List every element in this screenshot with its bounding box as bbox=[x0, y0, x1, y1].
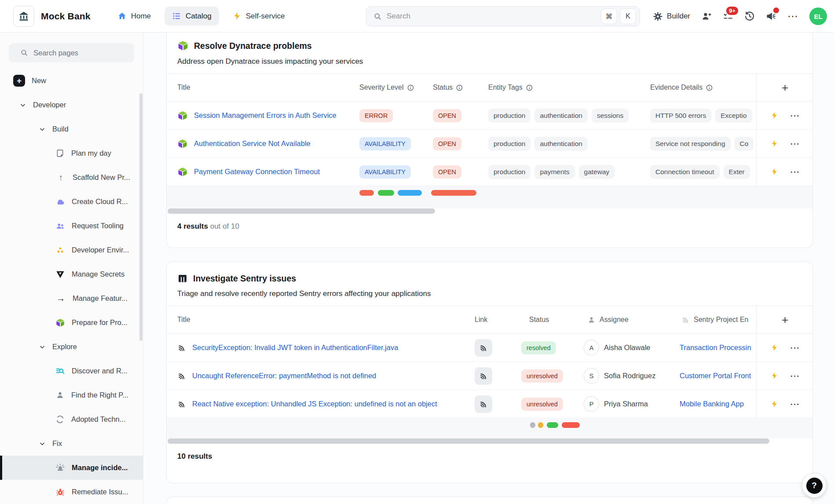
quick-action-bolt[interactable] bbox=[771, 371, 778, 380]
sidebar-section-fix[interactable]: Fix bbox=[0, 431, 143, 456]
more-menu-button[interactable]: ⋯ bbox=[787, 11, 798, 22]
row-menu-button[interactable]: ⋯ bbox=[790, 399, 800, 409]
sidebar-item-scaffold-new[interactable]: ↑ Scaffold New Pr... bbox=[0, 165, 143, 190]
severity-badge: ERROR bbox=[359, 109, 393, 122]
search-placeholder: Search bbox=[387, 12, 598, 21]
entity-tag: sessions bbox=[592, 109, 629, 123]
sidebar-item-discover[interactable]: Discover and R... bbox=[0, 359, 143, 383]
sidebar-item-manage-incidents[interactable]: Manage incide... bbox=[0, 456, 143, 480]
brand-logo[interactable] bbox=[13, 6, 34, 27]
column-title[interactable]: Title bbox=[167, 306, 461, 333]
row-title-link[interactable]: React Native exception: Unhandled JS Exc… bbox=[192, 400, 437, 408]
column-sentry-project[interactable]: Sentry Project En bbox=[675, 306, 756, 333]
column-entity-tags[interactable]: Entity Tags bbox=[481, 74, 645, 101]
invite-user-button[interactable] bbox=[701, 11, 712, 22]
column-status[interactable]: Status bbox=[517, 306, 574, 333]
tasks-badge: 9+ bbox=[725, 6, 739, 16]
row-title-link[interactable]: SecurityException: Invalid JWT token in … bbox=[192, 343, 398, 352]
add-column-button[interactable]: + bbox=[782, 82, 788, 93]
chevron-down-icon bbox=[39, 343, 46, 351]
person-add-icon bbox=[701, 11, 712, 22]
sidebar-item-plan-my-day[interactable]: Plan my day bbox=[0, 141, 143, 165]
clipped-pill bbox=[547, 422, 558, 428]
sidebar-item-adopted-tech[interactable]: Adopted Techn... bbox=[0, 407, 143, 431]
results-count: 10 results bbox=[177, 452, 212, 460]
sidebar-item-request-tooling[interactable]: Request Tooling bbox=[0, 214, 143, 238]
sidebar-item-manage-features[interactable]: → Manage Featur... bbox=[0, 286, 143, 310]
row-title-link[interactable]: Authentication Service Not Available bbox=[194, 139, 311, 148]
quick-action-bolt[interactable] bbox=[771, 111, 778, 120]
sidebar-item-create-cloud[interactable]: Create Cloud R... bbox=[0, 190, 143, 214]
sidebar-item-developer-environments[interactable]: Developer Envir... bbox=[0, 238, 143, 262]
column-severity[interactable]: Severity Level bbox=[358, 74, 428, 101]
nav-catalog[interactable]: Catalog bbox=[165, 7, 219, 26]
column-evidence[interactable]: Evidence Details bbox=[645, 74, 756, 101]
row-menu-button[interactable]: ⋯ bbox=[790, 343, 800, 353]
builder-button[interactable]: Builder bbox=[653, 11, 690, 22]
info-icon bbox=[456, 84, 463, 91]
sentry-icon bbox=[177, 400, 186, 409]
sidebar-section-explore[interactable]: Explore bbox=[0, 335, 143, 359]
row-title-link[interactable]: Payment Gateway Connection Timeout bbox=[194, 168, 320, 176]
sentry-link-button[interactable] bbox=[475, 395, 492, 413]
add-column-button[interactable]: + bbox=[782, 314, 788, 325]
column-link[interactable]: Link bbox=[461, 306, 517, 333]
entity-tag: production bbox=[488, 165, 530, 179]
sidebar-new-button[interactable]: + New bbox=[0, 69, 143, 93]
scrollbar-thumb[interactable] bbox=[168, 438, 769, 444]
row-menu-button[interactable]: ⋯ bbox=[790, 371, 800, 381]
help-button[interactable]: ? bbox=[802, 474, 826, 497]
table-row: Authentication Service Not Available AVA… bbox=[167, 130, 812, 158]
sidebar-scrollbar[interactable] bbox=[139, 93, 143, 341]
assignee-avatar: S bbox=[584, 368, 599, 383]
column-title[interactable]: Title bbox=[167, 74, 358, 101]
row-title-link[interactable]: Session Management Errors in Auth Servic… bbox=[194, 111, 337, 120]
siren-icon bbox=[55, 463, 65, 473]
clipped-pill bbox=[359, 190, 374, 196]
table-columns-icon bbox=[177, 273, 188, 284]
row-menu-button[interactable]: ⋯ bbox=[790, 111, 800, 121]
row-menu-button[interactable]: ⋯ bbox=[790, 167, 800, 177]
status-badge: unresolved bbox=[521, 398, 563, 411]
sidebar-section-build[interactable]: Build bbox=[0, 117, 143, 141]
assignee-name: Sofia Rodriguez bbox=[604, 372, 655, 380]
clipped-pill bbox=[562, 422, 580, 428]
column-assignee[interactable]: Assignee bbox=[574, 306, 675, 333]
scrollbar-thumb[interactable] bbox=[168, 208, 435, 214]
tasks-button[interactable]: 9+ bbox=[723, 11, 733, 22]
history-button[interactable] bbox=[744, 11, 755, 22]
nav-home[interactable]: Home bbox=[110, 7, 158, 26]
dynatrace-card: Resolve Dynatrace problems Address open … bbox=[166, 33, 813, 248]
nav-home-label: Home bbox=[131, 12, 151, 21]
sentry-link-button[interactable] bbox=[475, 367, 492, 385]
announcements-button[interactable] bbox=[766, 11, 776, 22]
row-title-link[interactable]: Uncaught ReferenceError: paymentMethod i… bbox=[192, 372, 376, 380]
project-link[interactable]: Customer Portal Front bbox=[680, 372, 751, 380]
topbar: Mock Bank Home Catalog Self-service bbox=[0, 0, 834, 33]
sidebar-item-find-right[interactable]: Find the Right P... bbox=[0, 383, 143, 407]
brand-name: Mock Bank bbox=[41, 11, 91, 22]
quick-action-bolt[interactable] bbox=[771, 343, 778, 352]
project-link[interactable]: Mobile Banking App bbox=[680, 400, 744, 408]
nav-self-service[interactable]: Self-service bbox=[225, 7, 293, 26]
user-avatar[interactable]: EL bbox=[809, 7, 827, 25]
project-link[interactable]: Transaction Processin bbox=[680, 343, 751, 352]
info-icon bbox=[706, 84, 713, 91]
quick-action-bolt[interactable] bbox=[771, 167, 778, 176]
sidebar-search-input[interactable]: Search pages bbox=[9, 43, 134, 62]
dynatrace-icon bbox=[177, 110, 188, 121]
info-icon bbox=[526, 84, 533, 91]
sidebar-item-prepare-production[interactable]: Prepare for Pro... bbox=[0, 310, 143, 335]
quick-action-bolt[interactable] bbox=[771, 399, 778, 409]
assignee-avatar: P bbox=[584, 396, 599, 412]
column-status[interactable]: Status bbox=[428, 74, 481, 101]
row-menu-button[interactable]: ⋯ bbox=[790, 139, 800, 149]
clipped-pill bbox=[431, 190, 476, 196]
global-search-input[interactable]: Search ⌘ K bbox=[366, 6, 640, 26]
sidebar-section-developer[interactable]: Developer bbox=[0, 93, 143, 117]
table-row: Payment Gateway Connection Timeout AVAIL… bbox=[167, 158, 812, 186]
quick-action-bolt[interactable] bbox=[771, 139, 778, 148]
sentry-link-button[interactable] bbox=[475, 339, 492, 357]
sidebar-item-remediate-issues[interactable]: Remediate Issu... bbox=[0, 480, 143, 504]
sidebar-item-manage-secrets[interactable]: Manage Secrets bbox=[0, 262, 143, 286]
